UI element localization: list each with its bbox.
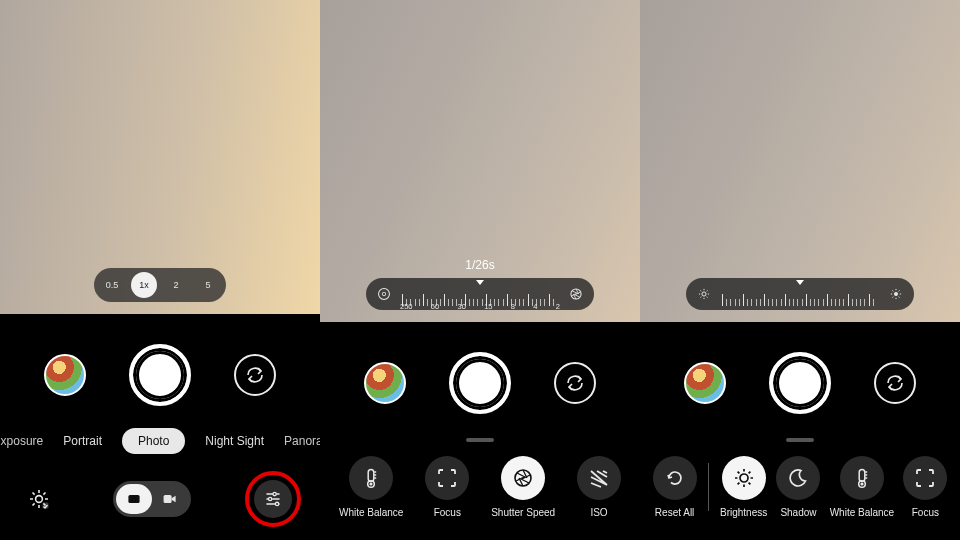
thermometer-icon bbox=[360, 467, 382, 489]
gear-icon bbox=[28, 488, 50, 510]
camera-screen-brightness: Reset All Brightness Shadow White Balanc… bbox=[640, 0, 960, 540]
pro-controls-row: Reset All Brightness Shadow White Balanc… bbox=[640, 456, 960, 530]
pro-label: Focus bbox=[434, 507, 461, 518]
toggle-photo[interactable] bbox=[116, 484, 152, 514]
shutter-button[interactable] bbox=[129, 344, 191, 406]
pro-label: Brightness bbox=[720, 507, 767, 518]
aperture-icon bbox=[512, 467, 534, 489]
shutter-row bbox=[0, 314, 320, 420]
moon-icon bbox=[787, 467, 809, 489]
pro-label: White Balance bbox=[830, 507, 894, 518]
pro-shutter-speed[interactable]: Shutter Speed bbox=[491, 456, 555, 518]
pro-focus[interactable]: Focus bbox=[425, 456, 469, 518]
iso-icon bbox=[588, 467, 610, 489]
pro-white-balance[interactable]: White Balance bbox=[339, 456, 403, 518]
pro-controls-button[interactable] bbox=[254, 480, 292, 518]
camera-icon bbox=[126, 491, 142, 507]
pro-label: Focus bbox=[912, 507, 939, 518]
dial-cap-left-icon[interactable] bbox=[374, 284, 394, 304]
dial-ticks[interactable] bbox=[720, 282, 880, 306]
shutter-speed-value: 1/26s bbox=[465, 258, 494, 272]
camera-screen-basic: 0.5 1x 2 5 Long Exposure Portrait Photo … bbox=[0, 0, 320, 540]
pro-controls-row: White Balance Focus Shutter Speed ISO bbox=[320, 456, 640, 530]
viewfinder[interactable]: 1/26s 250 60 30 15 8 4 2 bbox=[320, 0, 640, 322]
controls-area: Reset All Brightness Shadow White Balanc… bbox=[640, 322, 960, 540]
pro-label: Shadow bbox=[780, 507, 816, 518]
reset-icon bbox=[664, 467, 686, 489]
viewfinder[interactable] bbox=[640, 0, 960, 322]
shutter-row bbox=[640, 322, 960, 428]
camera-screen-shutter-speed: 1/26s 250 60 30 15 8 4 2 bbox=[320, 0, 640, 540]
pro-iso[interactable]: ISO bbox=[577, 456, 621, 518]
flip-camera-button[interactable] bbox=[554, 362, 596, 404]
shutter-button[interactable] bbox=[449, 352, 511, 414]
settings-button[interactable] bbox=[22, 482, 56, 516]
pro-focus[interactable]: Focus bbox=[903, 456, 947, 518]
sliders-icon bbox=[264, 490, 282, 508]
zoom-0-5[interactable]: 0.5 bbox=[99, 272, 125, 298]
dial-cap-left-icon[interactable] bbox=[694, 284, 714, 304]
zoom-5x[interactable]: 5 bbox=[195, 272, 221, 298]
toggle-video[interactable] bbox=[152, 484, 188, 514]
brightness-dial[interactable] bbox=[686, 278, 914, 310]
drag-handle[interactable] bbox=[466, 438, 494, 442]
shutter-row bbox=[320, 322, 640, 428]
focus-icon bbox=[914, 467, 936, 489]
dial-ticks[interactable] bbox=[400, 282, 560, 306]
controls-area: Long Exposure Portrait Photo Night Sight… bbox=[0, 314, 320, 540]
sun-icon bbox=[733, 467, 755, 489]
mode-night-sight[interactable]: Night Sight bbox=[205, 434, 264, 448]
viewfinder[interactable]: 0.5 1x 2 5 bbox=[0, 0, 320, 314]
photo-video-toggle[interactable] bbox=[113, 481, 191, 517]
dial-cap-right-icon[interactable] bbox=[566, 284, 586, 304]
zoom-selector[interactable]: 0.5 1x 2 5 bbox=[94, 268, 226, 302]
mode-portrait[interactable]: Portrait bbox=[63, 434, 102, 448]
controls-area: White Balance Focus Shutter Speed ISO bbox=[320, 322, 640, 540]
pro-reset-all[interactable]: Reset All bbox=[653, 456, 697, 518]
shutter-speed-dial[interactable]: 250 60 30 15 8 4 2 bbox=[366, 278, 594, 310]
shutter-button[interactable] bbox=[769, 352, 831, 414]
drag-handle[interactable] bbox=[786, 438, 814, 442]
flip-icon bbox=[565, 373, 585, 393]
gallery-thumbnail[interactable] bbox=[684, 362, 726, 404]
video-icon bbox=[162, 491, 178, 507]
flip-camera-button[interactable] bbox=[874, 362, 916, 404]
mode-photo[interactable]: Photo bbox=[122, 428, 185, 454]
separator bbox=[708, 463, 709, 511]
thermometer-icon bbox=[851, 467, 873, 489]
flip-camera-button[interactable] bbox=[234, 354, 276, 396]
gallery-thumbnail[interactable] bbox=[364, 362, 406, 404]
gallery-thumbnail[interactable] bbox=[44, 354, 86, 396]
zoom-2x[interactable]: 2 bbox=[163, 272, 189, 298]
focus-icon bbox=[436, 467, 458, 489]
pro-label: Shutter Speed bbox=[491, 507, 555, 518]
pro-label: ISO bbox=[590, 507, 607, 518]
pro-label: Reset All bbox=[655, 507, 694, 518]
pro-controls-button-wrap bbox=[248, 474, 298, 524]
dial-cap-right-icon[interactable] bbox=[886, 284, 906, 304]
mode-strip[interactable]: Long Exposure Portrait Photo Night Sight… bbox=[0, 420, 320, 458]
pro-white-balance[interactable]: White Balance bbox=[830, 456, 894, 518]
bottom-bar bbox=[0, 458, 320, 540]
pro-brightness[interactable]: Brightness bbox=[720, 456, 767, 518]
mode-long-exposure[interactable]: Long Exposure bbox=[0, 434, 43, 448]
flip-icon bbox=[885, 373, 905, 393]
zoom-1x[interactable]: 1x bbox=[131, 272, 157, 298]
pro-shadow[interactable]: Shadow bbox=[776, 456, 820, 518]
flip-icon bbox=[245, 365, 265, 385]
pro-label: White Balance bbox=[339, 507, 403, 518]
